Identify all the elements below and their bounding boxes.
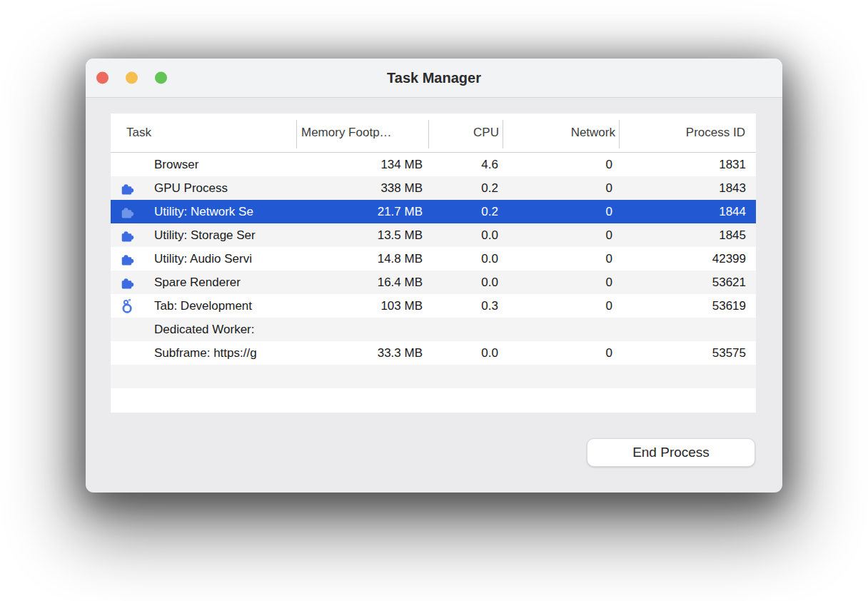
cpu-cell: 0.0 bbox=[428, 271, 503, 294]
process-id-cell: 1843 bbox=[619, 176, 756, 200]
task-table: Task Memory Footp… CPU Network Process I… bbox=[111, 113, 756, 413]
process-id-cell: 53619 bbox=[619, 294, 756, 318]
cpu-cell: 0.2 bbox=[428, 200, 503, 223]
task-icon-slot bbox=[120, 228, 135, 243]
memory-cell: 338 MB bbox=[296, 176, 428, 200]
empty-row bbox=[111, 388, 756, 412]
task-name: Dedicated Worker: bbox=[154, 323, 254, 336]
memory-cell: 134 MB bbox=[296, 153, 428, 176]
tab-favicon-icon bbox=[120, 298, 135, 313]
table-row[interactable]: Subframe: https://g 33.3 MB 0.0 0 53575 bbox=[111, 341, 756, 365]
network-cell: 0 bbox=[503, 341, 619, 365]
table-row[interactable]: Spare Renderer 16.4 MB 0.0 0 53621 bbox=[111, 271, 756, 294]
column-header-network[interactable]: Network bbox=[503, 113, 619, 152]
task-cell: Tab: Development bbox=[111, 294, 296, 318]
task-icon-slot bbox=[120, 157, 135, 172]
task-icon-slot bbox=[120, 181, 135, 196]
table-row[interactable]: Utility: Audio Servi 14.8 MB 0.0 0 42399 bbox=[111, 247, 756, 271]
task-manager-window: Task Manager Task Memory Footp… CPU Netw… bbox=[86, 59, 782, 493]
table-row[interactable]: Utility: Network Se 21.7 MB 0.2 0 1844 bbox=[111, 200, 756, 223]
network-cell: 0 bbox=[503, 176, 619, 200]
cpu-cell: 0.0 bbox=[428, 341, 503, 365]
memory-cell bbox=[296, 318, 428, 341]
task-name: Utility: Storage Ser bbox=[154, 228, 256, 242]
network-cell: 0 bbox=[503, 223, 619, 247]
column-header-cpu[interactable]: CPU bbox=[428, 113, 503, 152]
close-icon[interactable] bbox=[96, 72, 108, 84]
memory-cell: 103 MB bbox=[296, 294, 428, 318]
network-cell: 0 bbox=[503, 271, 619, 294]
task-name: Utility: Audio Servi bbox=[154, 252, 252, 266]
cpu-cell: 0.2 bbox=[428, 176, 503, 200]
network-cell: 0 bbox=[503, 200, 619, 223]
task-cell: Subframe: https://g bbox=[111, 341, 296, 365]
cpu-cell: 0.0 bbox=[428, 247, 503, 271]
zoom-icon[interactable] bbox=[155, 72, 167, 84]
window-title: Task Manager bbox=[86, 59, 782, 97]
process-id-cell: 1844 bbox=[619, 200, 756, 223]
task-cell: Browser bbox=[111, 153, 296, 176]
titlebar: Task Manager bbox=[86, 59, 782, 98]
task-name: GPU Process bbox=[154, 181, 228, 195]
task-cell: Spare Renderer bbox=[111, 271, 296, 294]
window-controls bbox=[96, 72, 167, 84]
table-row[interactable]: GPU Process 338 MB 0.2 0 1843 bbox=[111, 176, 756, 200]
task-icon-slot bbox=[120, 298, 135, 313]
cpu-cell: 0.3 bbox=[428, 294, 503, 318]
cpu-cell bbox=[428, 318, 503, 341]
table-header: Task Memory Footp… CPU Network Process I… bbox=[111, 113, 756, 153]
network-cell: 0 bbox=[503, 153, 619, 176]
task-name: Browser bbox=[154, 158, 198, 171]
table-row[interactable]: Dedicated Worker: bbox=[111, 318, 756, 341]
column-header-memory[interactable]: Memory Footp… bbox=[296, 113, 428, 152]
process-id-cell: 1845 bbox=[619, 223, 756, 247]
column-header-process-id[interactable]: Process ID bbox=[619, 113, 756, 152]
column-header-task[interactable]: Task bbox=[111, 113, 296, 152]
extension-puzzle-icon bbox=[120, 181, 135, 196]
task-cell: Dedicated Worker: bbox=[111, 318, 296, 341]
network-cell: 0 bbox=[503, 247, 619, 271]
extension-puzzle-icon bbox=[120, 251, 135, 266]
task-icon-slot bbox=[120, 251, 135, 266]
task-name: Utility: Network Se bbox=[154, 205, 253, 218]
table-row[interactable]: Tab: Development 103 MB 0.3 0 53619 bbox=[111, 294, 756, 318]
table-row[interactable]: Utility: Storage Ser 13.5 MB 0.0 0 1845 bbox=[111, 223, 756, 247]
extension-puzzle-icon bbox=[120, 204, 135, 219]
cpu-cell: 0.0 bbox=[428, 223, 503, 247]
task-cell: GPU Process bbox=[111, 176, 296, 200]
task-name: Subframe: https://g bbox=[154, 346, 257, 360]
end-process-button[interactable]: End Process bbox=[587, 438, 755, 467]
process-id-cell: 42399 bbox=[619, 247, 756, 271]
task-icon-slot bbox=[120, 345, 135, 360]
table-body: Browser 134 MB 4.6 0 1831 GPU Process 33… bbox=[111, 153, 756, 412]
task-name: Tab: Development bbox=[154, 299, 252, 313]
network-cell bbox=[503, 318, 619, 341]
task-name: Spare Renderer bbox=[154, 276, 241, 289]
task-cell: Utility: Storage Ser bbox=[111, 223, 296, 247]
memory-cell: 14.8 MB bbox=[296, 247, 428, 271]
memory-cell: 33.3 MB bbox=[296, 341, 428, 365]
cpu-cell: 4.6 bbox=[428, 153, 503, 176]
task-cell: Utility: Audio Servi bbox=[111, 247, 296, 271]
extension-puzzle-icon bbox=[120, 228, 135, 243]
task-icon-slot bbox=[120, 275, 135, 290]
task-cell: Utility: Network Se bbox=[111, 200, 296, 223]
process-id-cell: 1831 bbox=[619, 153, 756, 176]
network-cell: 0 bbox=[503, 294, 619, 318]
empty-row bbox=[111, 365, 756, 388]
process-id-cell bbox=[619, 318, 756, 341]
task-icon-slot bbox=[120, 322, 135, 337]
extension-puzzle-icon bbox=[120, 275, 135, 290]
minimize-icon[interactable] bbox=[126, 72, 138, 84]
memory-cell: 13.5 MB bbox=[296, 223, 428, 247]
process-id-cell: 53621 bbox=[619, 271, 756, 294]
task-icon-slot bbox=[120, 204, 135, 219]
memory-cell: 16.4 MB bbox=[296, 271, 428, 294]
table-row[interactable]: Browser 134 MB 4.6 0 1831 bbox=[111, 153, 756, 176]
memory-cell: 21.7 MB bbox=[296, 200, 428, 223]
process-id-cell: 53575 bbox=[619, 341, 756, 365]
